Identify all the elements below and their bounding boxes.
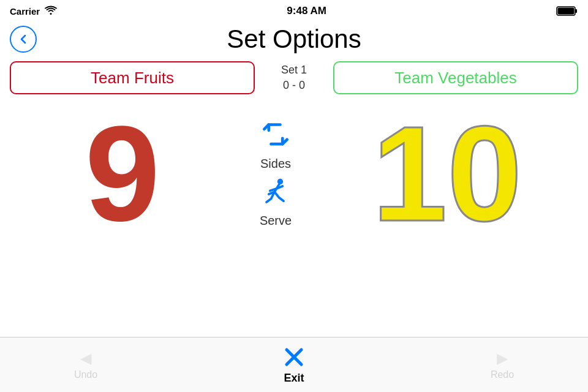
set-score: 0 - 0 — [281, 78, 307, 93]
team-fruits-button[interactable]: Team Fruits — [10, 61, 255, 94]
toolbar: ◀ Undo Exit ▶ Redo — [0, 337, 588, 392]
svg-rect-2 — [575, 9, 577, 13]
sides-icon — [258, 120, 293, 154]
svg-rect-3 — [557, 8, 574, 15]
back-button[interactable] — [10, 26, 37, 53]
carrier-label: Carrier — [10, 6, 40, 17]
wifi-icon — [45, 6, 57, 17]
svg-point-0 — [50, 13, 52, 15]
undo-chevron-icon: ◀ — [80, 350, 91, 367]
sides-control[interactable]: Sides — [258, 120, 293, 171]
redo-chevron-icon: ▶ — [497, 350, 508, 367]
center-controls: Sides Serve — [227, 120, 325, 228]
redo-label: Redo — [491, 369, 514, 380]
serve-icon — [258, 177, 293, 211]
set-number: Set 1 — [281, 62, 307, 78]
status-time: 9:48 AM — [287, 5, 326, 17]
battery-icon — [556, 6, 578, 17]
exit-label: Exit — [284, 372, 304, 385]
score-right[interactable]: 10 — [325, 107, 570, 241]
undo-button[interactable]: ◀ Undo — [49, 350, 123, 380]
team-vegetables-button[interactable]: Team Vegetables — [333, 61, 578, 94]
header: Set Options — [0, 22, 588, 59]
redo-button[interactable]: ▶ Redo — [466, 350, 539, 380]
exit-x-icon — [282, 345, 306, 369]
sides-label: Sides — [260, 157, 291, 171]
svg-point-4 — [277, 179, 283, 184]
set-info: Set 1 0 - 0 — [281, 62, 307, 93]
status-bar: Carrier 9:48 AM — [0, 0, 588, 22]
page-title: Set Options — [227, 24, 361, 54]
serve-control[interactable]: Serve — [258, 177, 293, 228]
status-left: Carrier — [10, 6, 57, 17]
undo-label: Undo — [74, 369, 97, 380]
scores-area: 9 Sides — [0, 94, 588, 247]
score-left[interactable]: 9 — [18, 107, 227, 241]
teams-row: Team Fruits Set 1 0 - 0 Team Vegetables — [0, 61, 588, 94]
serve-label: Serve — [260, 214, 292, 228]
exit-button[interactable]: Exit — [282, 345, 306, 385]
